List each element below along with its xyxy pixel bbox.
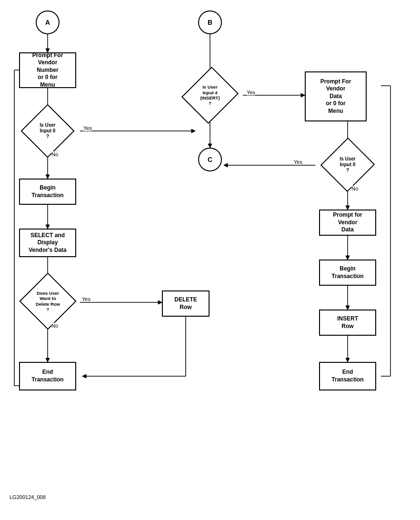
flowchart: A B Prompt For Vendor Number or 0 for Me… bbox=[0, 0, 420, 505]
svg-marker-13 bbox=[158, 300, 162, 304]
yes-left-label: Yes bbox=[83, 125, 92, 131]
svg-marker-37 bbox=[346, 306, 350, 310]
end-transaction-left: End Transaction bbox=[19, 362, 76, 390]
svg-marker-25 bbox=[301, 93, 305, 97]
yes-insert-label: Yes bbox=[247, 90, 255, 95]
yes-right-label: Yes bbox=[294, 159, 302, 165]
svg-marker-15 bbox=[46, 358, 50, 362]
figure-label: LG200124_008 bbox=[10, 494, 46, 500]
svg-marker-39 bbox=[346, 358, 350, 362]
svg-marker-5 bbox=[191, 129, 195, 133]
connector-b: B bbox=[198, 10, 222, 34]
no-right-label: No bbox=[351, 186, 358, 191]
is-user-input-4: Is User Input 4 (INSERT) ? bbox=[181, 67, 239, 124]
end-transaction-right: End Transaction bbox=[319, 362, 376, 390]
prompt-vendor-data: Prompt for Vendor Data bbox=[319, 210, 376, 236]
svg-marker-7 bbox=[46, 175, 50, 179]
begin-transaction-left: Begin Transaction bbox=[19, 179, 76, 205]
connector-c: C bbox=[198, 148, 222, 171]
is-user-input-0-left: Is User Input 0 ? bbox=[20, 104, 74, 158]
svg-marker-33 bbox=[346, 206, 350, 210]
prompt-vendor-number: Prompt For Vendor Number or 0 for Menu bbox=[19, 52, 76, 88]
svg-marker-27 bbox=[208, 144, 212, 148]
select-display: SELECT and Display Vendor's Data bbox=[19, 229, 76, 257]
no-delete-label: No bbox=[51, 323, 58, 329]
no-left-label: No bbox=[51, 151, 58, 157]
svg-marker-9 bbox=[46, 225, 50, 229]
begin-transaction-right: Begin Transaction bbox=[319, 260, 376, 286]
does-user-want-delete: Does User Want to Delete Row ? bbox=[19, 272, 76, 330]
insert-row: INSERT Row bbox=[319, 310, 376, 336]
svg-marker-18 bbox=[82, 374, 86, 378]
svg-marker-35 bbox=[346, 256, 350, 260]
prompt-vendor-data-insert: Prompt For Vendor Data or 0 for Menu bbox=[305, 71, 367, 121]
is-user-input-0-right: Is User Input 0 ? bbox=[320, 138, 375, 192]
delete-row: DELETE Row bbox=[162, 290, 210, 317]
yes-delete-label: Yes bbox=[82, 296, 90, 302]
connector-a: A bbox=[36, 10, 60, 34]
svg-marker-31 bbox=[224, 163, 228, 167]
